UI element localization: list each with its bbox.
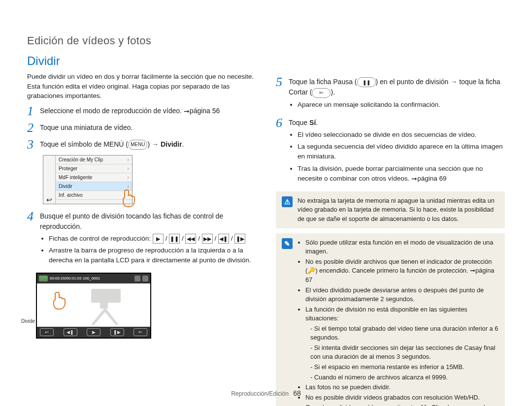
page-ref: página 69 <box>417 175 446 182</box>
label: Proteger <box>59 166 77 171</box>
step-2: 2 Toque una miniatura de vídeo. <box>27 123 256 134</box>
bullet: El vídeo seleccionado se divide en dos s… <box>298 130 505 140</box>
cut-icon: ✄ <box>312 88 331 98</box>
step-number: 1 <box>27 105 40 118</box>
step-3: 3 Toque el símbolo de MENÚ (MENU) → Divi… <box>27 139 256 151</box>
step-number: 5 <box>276 76 289 89</box>
left-column: Puede dividir un vídeo en dos y borrar f… <box>27 72 256 406</box>
menu-pill-icon: MENU <box>128 140 147 150</box>
label: MdF inteligente <box>59 175 92 180</box>
step-number: 3 <box>27 138 40 151</box>
tripod-silhouette <box>62 286 135 326</box>
sub-item: - Cuando el número de archivos alcanza e… <box>310 373 499 382</box>
back-icon: ↩ <box>43 156 56 204</box>
step-number: 2 <box>27 122 40 134</box>
rewind-icon: ◀◀ <box>185 234 196 244</box>
camera-icon <box>142 276 148 281</box>
sub-item: - Si el tiempo total grabado del vídeo t… <box>310 324 499 343</box>
text: Toque la ficha Pausa ( <box>289 78 357 86</box>
pointing-hand-icon <box>121 189 141 209</box>
page-footer: Reproducción/Edición 68 <box>0 389 532 397</box>
bullet: Cuando se divide un vídeo con etiquetas … <box>305 403 499 406</box>
bullet: Sólo puede utilizar esta función en el m… <box>305 238 499 256</box>
text: ) → <box>147 140 160 148</box>
bullet: El vídeo dividido puede desviarse antes … <box>305 286 499 304</box>
note-text: No extraiga la tarjeta de memoria ni apa… <box>298 196 499 223</box>
figure-menu-screenshot: ↩ Creación de My Clip› Proteger› MdF int… <box>43 155 133 204</box>
chevron-icon: › <box>127 183 129 189</box>
step-back-icon: ◀❚ <box>64 328 77 336</box>
topbar-right-icons <box>134 276 148 281</box>
bullet: Tras la división, puede borrar parcialme… <box>298 164 505 184</box>
chapter-title: Edición de vídeos y fotos <box>27 34 505 47</box>
two-column-layout: Puede dividir un vídeo en dos y borrar f… <box>27 72 505 406</box>
step-4-bullets: Fichas de control de reproducción: ▶ / ❚… <box>40 234 256 266</box>
step-number: 6 <box>276 117 289 129</box>
warning-icon: ⚠ <box>282 196 293 207</box>
menu-target: Dividir <box>161 140 182 148</box>
step-4: 4 Busque el punto de división tocando la… <box>27 211 256 269</box>
bullet: Fichas de control de reproducción: ▶ / ❚… <box>49 234 256 244</box>
text: Toque <box>289 119 309 126</box>
step-body: Toque Sí. El vídeo seleccionado se divid… <box>289 118 505 187</box>
bullet: La función de división no está disponibl… <box>305 305 499 382</box>
arrow-icon: ➞ <box>411 174 417 184</box>
play-icon: ▶ <box>87 328 100 336</box>
text: ) encendido. Cancele primero la función … <box>305 267 494 283</box>
text: Fichas de control de reproducción: <box>49 235 153 242</box>
page-ref: página 56 <box>190 107 220 115</box>
step-body: Toque la ficha Pausa (❚❚) en el punto de… <box>289 77 505 113</box>
step-5-bullets: Aparece un mensaje solicitando la confir… <box>289 100 505 110</box>
text: La función de división no está disponibl… <box>305 306 467 322</box>
svg-rect-1 <box>100 303 108 309</box>
info-note: ✎ Sólo puede utilizar esta función en el… <box>276 233 505 406</box>
text: Seleccione el modo de reproducción de ví… <box>40 107 184 115</box>
page-number: 68 <box>293 389 301 397</box>
step-fwd-icon: ❚▶ <box>110 328 124 336</box>
step-body: Busque el punto de división tocando las … <box>40 211 256 269</box>
menu-list: Creación de My Clip› Proteger› MdF intel… <box>56 156 132 204</box>
step-6-bullets: El vídeo seleccionado se divide en dos s… <box>289 130 505 184</box>
sub-item: - Si intenta dividir secciones sin dejar… <box>310 344 499 362</box>
warning-note: ⚠ No extraiga la tarjeta de memoria ni a… <box>276 191 505 228</box>
label: Creación de My Clip <box>59 157 103 162</box>
step-body: Toque una miniatura de vídeo. <box>40 123 256 133</box>
player-topbar: 00:00:20/00:01:03 100_0001 <box>37 274 150 283</box>
svg-rect-0 <box>91 289 121 303</box>
timecode: 00:00:20/00:01:03 100_0001 <box>50 276 100 281</box>
menu-item: MdF inteligente› <box>56 173 132 182</box>
text: Tras la división, puede borrar parcialme… <box>298 165 483 182</box>
intro-text: Puede dividir un vídeo en dos y borrar f… <box>27 72 256 101</box>
arrow-icon: ➞ <box>184 106 190 117</box>
back-icon: ↩ <box>40 328 54 336</box>
note-body: Sólo puede utilizar esta función en el m… <box>298 238 499 406</box>
step-back-icon: ◀❚ <box>218 234 229 244</box>
step-6: 6 Toque Sí. El vídeo seleccionado se div… <box>276 118 505 187</box>
chevron-icon: › <box>127 165 129 171</box>
text: Busque el punto de división tocando las … <box>40 212 223 230</box>
step-5: 5 Toque la ficha Pausa (❚❚) en el punto … <box>276 77 505 113</box>
footer-section: Reproducción/Edición <box>231 390 289 397</box>
manual-page: Edición de vídeos y fotos Dividir Puede … <box>0 0 532 406</box>
text: . <box>182 140 184 148</box>
chevron-icon: › <box>127 174 129 180</box>
key-icon: 🔑 <box>307 267 315 274</box>
menu-item: Proteger› <box>56 164 132 173</box>
menu-item: Creación de My Clip› <box>56 156 132 164</box>
label: Dividir <box>59 184 72 189</box>
menu-item-selected: Dividir› <box>56 182 132 191</box>
step-number: 4 <box>27 210 40 223</box>
pointing-hand-icon <box>52 291 71 311</box>
chevron-icon: › <box>127 156 129 162</box>
step-body: Seleccione el modo de reproducción de ví… <box>40 106 256 116</box>
confirm-label: Sí <box>309 119 316 126</box>
section-title: Dividir <box>27 54 505 68</box>
step-1: 1 Seleccione el modo de reproducción de … <box>27 106 256 118</box>
info-list: Sólo puede utilizar esta función en el m… <box>298 238 499 406</box>
bullet: Aparece un mensaje solicitando la confir… <box>298 100 505 110</box>
step-fwd-icon: ❚▶ <box>234 234 245 244</box>
folder-icon <box>134 276 140 281</box>
forward-icon: ▶▶ <box>202 234 213 244</box>
info-icon: ✎ <box>282 238 293 249</box>
bullet: Arrastre la barra de progreso de reprodu… <box>49 246 256 266</box>
